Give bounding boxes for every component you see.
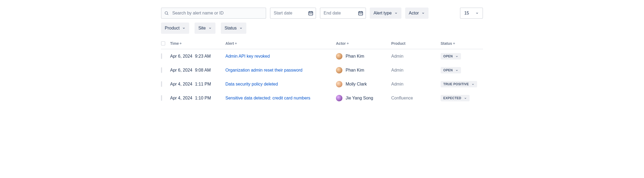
column-product[interactable]: Product xyxy=(391,41,441,46)
chevron-down-icon xyxy=(239,27,243,30)
status-dropdown[interactable]: TRUE POSITIVE xyxy=(441,81,477,87)
alert-link[interactable]: Data security policy deleted xyxy=(225,82,278,86)
actor-name: Phan Kim xyxy=(346,68,364,73)
row-checkbox[interactable] xyxy=(161,81,162,87)
time-cell: Apr 6, 20249:08 AM xyxy=(170,68,225,73)
product-filter-label: Product xyxy=(165,26,180,31)
table-row: Apr 6, 20249:08 AMOrganization admin res… xyxy=(161,63,483,77)
avatar xyxy=(336,81,342,87)
calendar-icon xyxy=(358,10,363,16)
page-size-select[interactable]: 15 xyxy=(460,8,483,19)
actor-cell: Jie Yang Song xyxy=(336,95,391,101)
search-icon xyxy=(164,11,169,16)
avatar xyxy=(336,67,342,73)
product-cell: Admin xyxy=(391,68,441,73)
row-checkbox[interactable] xyxy=(161,67,162,73)
column-actor[interactable]: Actor xyxy=(336,41,391,46)
alert-type-filter-label: Alert type xyxy=(374,11,392,16)
alert-link[interactable]: Organization admin reset their password xyxy=(225,68,302,72)
chevron-down-icon xyxy=(422,12,425,15)
table-row: Apr 4, 20241:11 PMData security policy d… xyxy=(161,77,483,91)
row-checkbox[interactable] xyxy=(161,95,162,101)
svg-marker-21 xyxy=(347,43,349,44)
row-time: 9:08 AM xyxy=(195,68,211,72)
product-filter[interactable]: Product xyxy=(161,23,189,34)
row-time: 1:10 PM xyxy=(195,96,211,100)
status-label: EXPECTED xyxy=(443,96,461,100)
product-cell: Admin xyxy=(391,54,441,59)
chevron-down-icon xyxy=(455,55,458,58)
table-row: Apr 6, 20249:23 AMAdmin API key revokedP… xyxy=(161,49,483,63)
chevron-down-icon xyxy=(475,12,479,15)
sort-icon xyxy=(235,43,237,44)
row-time: 1:11 PM xyxy=(195,82,211,86)
actor-cell: Phan Kim xyxy=(336,53,391,60)
product-cell: Admin xyxy=(391,82,441,87)
row-time: 9:23 AM xyxy=(195,54,211,58)
alert-link[interactable]: Sensitive data detected: credit card num… xyxy=(225,96,310,100)
actor-name: Phan Kim xyxy=(346,54,364,59)
actor-cell: Phan Kim xyxy=(336,67,391,73)
svg-point-14 xyxy=(360,13,361,14)
row-date: Apr 4, 2024 xyxy=(170,82,192,86)
svg-marker-23 xyxy=(453,43,455,44)
filter-row-1: Alert type Actor 15 xyxy=(161,8,483,19)
status-label: OPEN xyxy=(443,54,453,58)
site-filter-label: Site xyxy=(198,26,206,31)
chevron-down-icon xyxy=(394,12,398,15)
svg-point-13 xyxy=(360,13,360,14)
avatar xyxy=(336,95,342,101)
svg-point-6 xyxy=(310,13,310,14)
select-all-checkbox[interactable] xyxy=(161,41,165,46)
sort-icon xyxy=(180,43,182,44)
search-field xyxy=(161,8,266,19)
page-size-value: 15 xyxy=(464,11,469,16)
chevron-down-icon xyxy=(182,27,185,30)
start-date-field xyxy=(270,8,316,19)
column-status[interactable]: Status xyxy=(441,41,489,46)
svg-point-15 xyxy=(361,13,362,14)
sort-icon xyxy=(347,43,349,44)
svg-marker-19 xyxy=(235,43,237,44)
time-cell: Apr 6, 20249:23 AM xyxy=(170,54,225,59)
chevron-down-icon xyxy=(208,27,212,30)
column-time[interactable]: Time xyxy=(170,41,225,46)
status-filter[interactable]: Status xyxy=(221,23,246,34)
status-dropdown[interactable]: EXPECTED xyxy=(441,95,470,101)
calendar-icon xyxy=(308,10,313,16)
status-filter-label: Status xyxy=(225,26,237,31)
status-label: OPEN xyxy=(443,68,453,72)
status-label: TRUE POSITIVE xyxy=(443,82,469,86)
svg-point-7 xyxy=(310,13,311,14)
product-cell: Confluence xyxy=(391,96,441,101)
actor-filter-label: Actor xyxy=(409,11,419,16)
end-date-field xyxy=(320,8,366,19)
chevron-down-icon xyxy=(455,69,458,72)
svg-point-8 xyxy=(311,13,312,14)
time-cell: Apr 4, 20241:10 PM xyxy=(170,96,225,101)
filter-row-2: Product Site Status xyxy=(161,23,483,34)
chevron-down-icon xyxy=(471,83,474,86)
row-checkbox[interactable] xyxy=(161,53,162,59)
alert-type-filter[interactable]: Alert type xyxy=(370,8,401,19)
table-body: Apr 6, 20249:23 AMAdmin API key revokedP… xyxy=(161,49,483,105)
chevron-down-icon xyxy=(464,97,467,100)
table-header: Time Alert Actor xyxy=(161,41,483,49)
alert-link[interactable]: Admin API key revoked xyxy=(225,54,270,58)
status-dropdown[interactable]: OPEN xyxy=(441,67,461,73)
search-input[interactable] xyxy=(161,8,266,19)
actor-name: Molly Clark xyxy=(346,82,367,87)
column-alert[interactable]: Alert xyxy=(225,41,336,46)
alerts-table: Time Alert Actor xyxy=(161,41,483,105)
actor-filter[interactable]: Actor xyxy=(405,8,429,19)
actor-name: Jie Yang Song xyxy=(346,96,373,101)
time-cell: Apr 4, 20241:11 PM xyxy=(170,82,225,87)
site-filter[interactable]: Site xyxy=(195,23,215,34)
sort-icon xyxy=(453,43,455,44)
svg-line-1 xyxy=(167,14,168,15)
row-date: Apr 6, 2024 xyxy=(170,68,192,72)
table-row: Apr 4, 20241:10 PMSensitive data detecte… xyxy=(161,91,483,105)
svg-marker-17 xyxy=(180,43,182,44)
status-dropdown[interactable]: OPEN xyxy=(441,53,461,60)
row-date: Apr 4, 2024 xyxy=(170,96,192,100)
